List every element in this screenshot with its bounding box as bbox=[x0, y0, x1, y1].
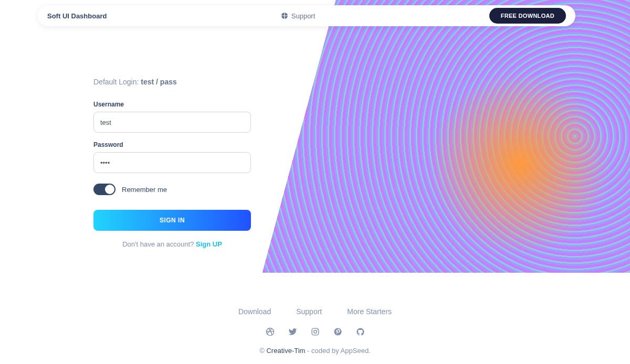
login-hint-prefix: Default Login: bbox=[93, 78, 141, 86]
remember-row: Remember me bbox=[93, 184, 251, 195]
signup-prefix: Don't have an account? bbox=[122, 240, 196, 248]
footer-links: Download Support More Starters bbox=[0, 307, 630, 316]
copyright: © Creative-Tim - coded by AppSeed. bbox=[0, 347, 630, 355]
toggle-knob bbox=[105, 185, 114, 194]
social-icons bbox=[0, 327, 630, 336]
hero-background-image bbox=[262, 0, 630, 273]
copyright-suffix: - coded by AppSeed. bbox=[305, 347, 370, 355]
brand-title[interactable]: Soft UI Dashboard bbox=[47, 12, 107, 20]
password-input[interactable] bbox=[93, 152, 251, 173]
login-form: Default Login: test / pass Username Pass… bbox=[93, 78, 251, 248]
pinterest-icon[interactable] bbox=[333, 327, 342, 336]
twitter-icon[interactable] bbox=[288, 327, 297, 336]
copyright-brand[interactable]: Creative-Tim bbox=[266, 347, 305, 355]
signup-row: Don't have an account? Sign UP bbox=[93, 240, 251, 248]
login-hint: Default Login: test / pass bbox=[93, 78, 251, 86]
pie-chart-icon bbox=[281, 12, 288, 19]
sign-in-button[interactable]: SIGN IN bbox=[93, 210, 251, 231]
svg-point-2 bbox=[313, 330, 317, 334]
password-label: Password bbox=[93, 141, 251, 148]
free-download-button[interactable]: FREE DOWNLOAD bbox=[489, 8, 566, 24]
svg-point-4 bbox=[334, 328, 341, 335]
remember-label: Remember me bbox=[122, 186, 167, 194]
sign-up-link[interactable]: Sign UP bbox=[196, 240, 222, 248]
support-label: Support bbox=[291, 12, 316, 20]
footer-link-download[interactable]: Download bbox=[238, 307, 271, 316]
dribbble-icon[interactable] bbox=[266, 327, 275, 336]
footer: Download Support More Starters © Creativ… bbox=[0, 307, 630, 355]
github-icon[interactable] bbox=[356, 327, 365, 336]
support-link[interactable]: Support bbox=[107, 12, 489, 20]
remember-toggle[interactable] bbox=[93, 184, 116, 195]
username-input[interactable] bbox=[93, 112, 251, 133]
copyright-prefix: © bbox=[259, 347, 266, 355]
login-hint-credentials: test / pass bbox=[141, 78, 176, 86]
svg-point-3 bbox=[317, 329, 318, 330]
username-label: Username bbox=[93, 101, 251, 108]
footer-link-support[interactable]: Support bbox=[296, 307, 322, 316]
top-navbar: Soft UI Dashboard Support FREE DOWNLOAD bbox=[38, 5, 575, 26]
instagram-icon[interactable] bbox=[311, 327, 320, 336]
footer-link-more-starters[interactable]: More Starters bbox=[347, 307, 392, 316]
